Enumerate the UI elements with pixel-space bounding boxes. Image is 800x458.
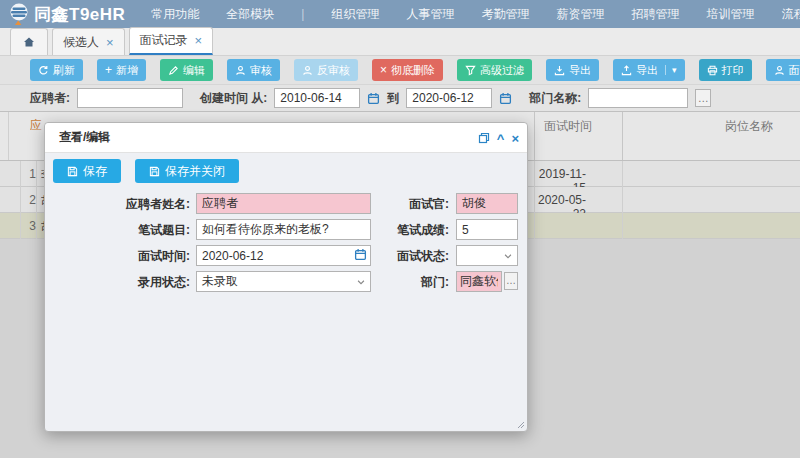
dept-filter-input[interactable]: [588, 88, 688, 108]
chevron-down-icon: [503, 251, 513, 261]
app-logo: 同鑫T9eHR: [8, 2, 125, 26]
restore-window-icon[interactable]: [478, 132, 490, 144]
caret-down-icon[interactable]: ▾: [665, 65, 677, 75]
created-to-input[interactable]: [406, 88, 492, 108]
top-navbar: 同鑫T9eHR 常用功能 全部模块 | 组织管理 人事管理 考勤管理 薪资管理 …: [0, 0, 800, 28]
tab-home[interactable]: [10, 28, 48, 55]
dialog-window-controls: ^ ×: [478, 123, 519, 153]
save-button[interactable]: 保存: [53, 159, 121, 183]
applicant-name-label: 应聘者姓名:: [55, 196, 190, 213]
to-calendar-button[interactable]: [499, 92, 512, 105]
nav-item-training[interactable]: 培训管理: [706, 6, 754, 23]
written-score-field[interactable]: [456, 219, 518, 240]
interview-date-cell: 2020-05-22: [534, 187, 622, 213]
view-edit-dialog: 查看/编辑 ^ × 保存 保存并关闭 应聘者姓名: 面试官:: [44, 122, 528, 432]
tab-label: 面试记录: [140, 32, 188, 49]
resize-handle[interactable]: [516, 420, 525, 429]
row-number: 1: [20, 161, 37, 187]
nav-item-workflow[interactable]: 流程引擎: [781, 6, 800, 23]
import-button[interactable]: 导出: [546, 59, 599, 81]
nav-item-hr[interactable]: 人事管理: [406, 6, 454, 23]
edit-button[interactable]: 编辑: [160, 59, 213, 81]
filter-bar: 应聘者: 创建时间 从: 到 部门名称: …: [0, 84, 800, 111]
interview-status-select[interactable]: [456, 245, 518, 266]
approve-button[interactable]: 审核: [227, 59, 280, 81]
tab-label: 候选人: [63, 34, 99, 51]
written-score-label: 笔试成绩:: [345, 222, 449, 239]
pencil-icon: [168, 65, 179, 76]
nav-divider: |: [301, 7, 304, 21]
save-icon: [67, 166, 78, 177]
department-lookup-button[interactable]: …: [504, 272, 518, 290]
interview-date-cell: 2019-11-15: [534, 161, 622, 187]
interview-time-label: 面试时间:: [55, 248, 190, 265]
export-icon: [621, 65, 632, 76]
delete-x-icon: ×: [380, 64, 387, 76]
nav-item-recruit[interactable]: 招聘管理: [631, 6, 679, 23]
export-button[interactable]: 导出 ▾: [613, 59, 685, 81]
nav-item-org[interactable]: 组织管理: [331, 6, 379, 23]
nav-item-common[interactable]: 常用功能: [151, 6, 199, 23]
dept-lookup-button[interactable]: …: [695, 89, 711, 107]
save-and-close-button[interactable]: 保存并关闭: [135, 159, 239, 183]
close-icon[interactable]: ×: [106, 36, 114, 49]
close-icon[interactable]: ×: [195, 34, 203, 47]
form-row: 应聘者姓名: 面试官:: [45, 191, 527, 217]
interviewer-label: 面试官:: [345, 196, 449, 213]
user-icon: [235, 65, 246, 76]
position-cell: [622, 161, 800, 187]
column-label: 面试时间: [544, 118, 592, 135]
interview-date-cell: [534, 213, 622, 239]
tab-interview-records[interactable]: 面试记录 ×: [129, 27, 214, 55]
column-label: 岗位名称: [725, 118, 773, 135]
brand-globe-icon: [8, 2, 30, 26]
applicant-filter-input[interactable]: [77, 88, 183, 108]
brand-name: 同鑫T9eHR: [34, 3, 125, 26]
form-row: 笔试题目: 笔试成绩:: [45, 217, 527, 243]
collapse-icon[interactable]: ^: [497, 132, 505, 145]
close-icon[interactable]: ×: [511, 132, 519, 145]
refresh-icon: [38, 65, 49, 76]
import-icon: [554, 65, 565, 76]
row-number: 3: [20, 213, 37, 239]
nav-item-attendance[interactable]: 考勤管理: [481, 6, 529, 23]
form-row: 录用状态: 未录取 部门: …: [45, 269, 527, 295]
main-menu: 常用功能 全部模块 | 组织管理 人事管理 考勤管理 薪资管理 招聘管理 培训管…: [151, 6, 800, 23]
nav-item-all-modules[interactable]: 全部模块: [226, 6, 274, 23]
row-number: 2: [20, 187, 37, 213]
dialog-form: 应聘者姓名: 面试官: 笔试题目: 笔试成绩: 面试时间: 面试状态:: [45, 191, 527, 295]
save-icon: [149, 166, 160, 177]
department-field[interactable]: [456, 271, 502, 292]
home-icon: [23, 36, 35, 48]
created-from-input[interactable]: [274, 88, 360, 108]
print-button[interactable]: 打印: [699, 59, 752, 81]
add-button[interactable]: + 新增: [97, 59, 146, 81]
advanced-filter-button[interactable]: 高级过滤: [457, 59, 532, 81]
tab-candidates[interactable]: 候选人 ×: [52, 28, 125, 55]
written-topic-label: 笔试题目:: [55, 222, 190, 239]
dept-filter-label: 部门名称:: [529, 90, 581, 107]
toolbar: 刷新 + 新增 编辑 审核 反审核 × 彻底删除 高级过滤 导出: [0, 56, 800, 84]
interviewer-field[interactable]: [456, 193, 518, 214]
plus-icon: +: [105, 64, 112, 76]
clipped-header-fragment: 应: [30, 117, 42, 134]
dialog-titlebar[interactable]: 查看/编辑 ^ ×: [45, 123, 527, 153]
form-row: 面试时间: 面试状态:: [45, 243, 527, 269]
interview-status-button[interactable]: 面试状态: [766, 59, 800, 81]
dialog-title: 查看/编辑: [59, 129, 110, 146]
dialog-button-row: 保存 保存并关闭: [45, 153, 527, 183]
delete-button[interactable]: × 彻底删除: [372, 59, 443, 81]
nav-item-payroll[interactable]: 薪资管理: [556, 6, 604, 23]
calendar-icon: [499, 92, 512, 105]
position-cell: [622, 213, 800, 239]
from-calendar-button[interactable]: [367, 92, 380, 105]
user-icon: [774, 65, 785, 76]
calendar-icon: [367, 92, 380, 105]
user-icon: [302, 65, 313, 76]
printer-icon: [707, 65, 718, 76]
to-label: 到: [387, 90, 399, 107]
applicant-filter-label: 应聘者:: [30, 90, 70, 107]
hire-status-label: 录用状态:: [55, 274, 190, 291]
refresh-button[interactable]: 刷新: [30, 59, 83, 81]
department-label: 部门:: [345, 274, 449, 291]
